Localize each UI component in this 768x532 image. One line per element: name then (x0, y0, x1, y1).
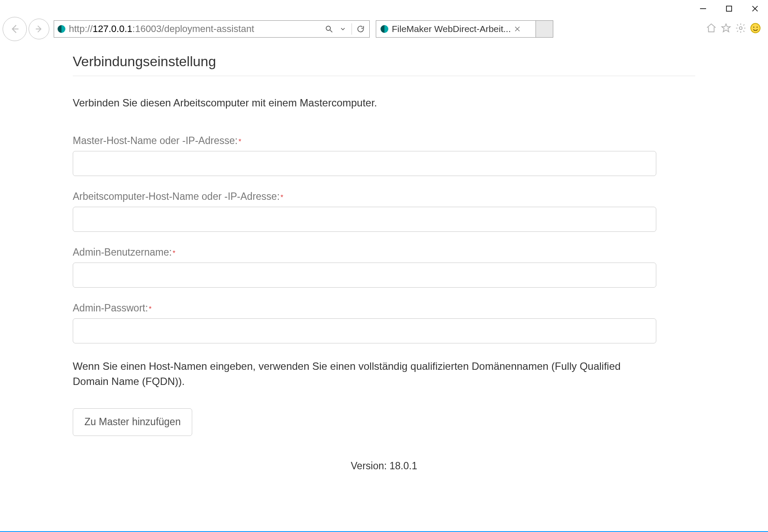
page-title: Verbindungseinstellung (73, 54, 695, 76)
svg-point-8 (739, 27, 742, 30)
svg-point-9 (751, 23, 760, 33)
browser-tab[interactable]: FileMaker WebDirect-Arbeit... (376, 20, 536, 38)
label-admin-user: Admin-Benutzername: (73, 247, 172, 258)
svg-rect-1 (726, 6, 732, 11)
field-admin-user: Admin-Benutzername:* (73, 247, 695, 288)
required-mark: * (149, 305, 152, 313)
input-worker-host[interactable] (73, 207, 656, 232)
page-content: Verbindungseinstellung Verbinden Sie die… (0, 41, 768, 472)
required-mark: * (173, 250, 175, 257)
page-intro: Verbinden Sie diesen Arbeitscomputer mit… (73, 97, 695, 109)
field-admin-pass: Admin-Passwort:* (73, 302, 695, 343)
label-admin-pass: Admin-Passwort: (73, 302, 148, 314)
tab-favicon-icon (381, 25, 388, 33)
field-master-host: Master-Host-Name oder -IP-Adresse:* (73, 135, 695, 176)
fqdn-hint: Wenn Sie einen Host-Namen eingeben, verw… (73, 359, 656, 389)
required-mark: * (281, 194, 283, 201)
tab-strip: FileMaker WebDirect-Arbeit... (376, 20, 553, 38)
input-admin-user[interactable] (73, 263, 656, 288)
site-favicon-icon (58, 25, 65, 33)
svg-point-11 (756, 27, 758, 28)
svg-point-10 (753, 27, 755, 28)
refresh-button[interactable] (355, 24, 366, 34)
svg-line-5 (330, 30, 332, 32)
new-tab-button[interactable] (536, 20, 553, 38)
label-master-host: Master-Host-Name oder -IP-Adresse: (73, 135, 238, 146)
tab-title: FileMaker WebDirect-Arbeit... (392, 24, 511, 34)
window-minimize-button[interactable] (690, 0, 716, 17)
browser-toolbar: http://127.0.0.1:16003/deployment-assist… (0, 17, 768, 41)
search-dropdown-icon[interactable] (338, 24, 348, 34)
window-maximize-button[interactable] (716, 0, 742, 17)
label-worker-host: Arbeitscomputer-Host-Name oder -IP-Adres… (73, 191, 280, 202)
favorites-icon[interactable] (720, 22, 732, 35)
required-mark: * (239, 138, 241, 145)
add-to-master-button[interactable]: Zu Master hinzufügen (73, 408, 192, 436)
feedback-smiley-icon[interactable] (750, 22, 761, 35)
url-text: http://127.0.0.1:16003/deployment-assist… (69, 23, 320, 35)
window-titlebar (0, 0, 768, 17)
search-icon[interactable] (324, 24, 334, 34)
svg-point-4 (326, 26, 330, 30)
forward-button[interactable] (29, 19, 49, 39)
input-admin-pass[interactable] (73, 318, 656, 343)
connection-form: Master-Host-Name oder -IP-Adresse:* Arbe… (73, 135, 695, 472)
window-close-button[interactable] (742, 0, 768, 17)
settings-icon[interactable] (735, 22, 746, 35)
tab-close-icon[interactable] (514, 24, 520, 34)
back-button[interactable] (3, 17, 27, 41)
address-bar[interactable]: http://127.0.0.1:16003/deployment-assist… (54, 20, 370, 38)
home-icon[interactable] (706, 22, 717, 35)
version-label: Version: 18.0.1 (73, 460, 695, 472)
input-master-host[interactable] (73, 151, 656, 176)
field-worker-host: Arbeitscomputer-Host-Name oder -IP-Adres… (73, 191, 695, 232)
